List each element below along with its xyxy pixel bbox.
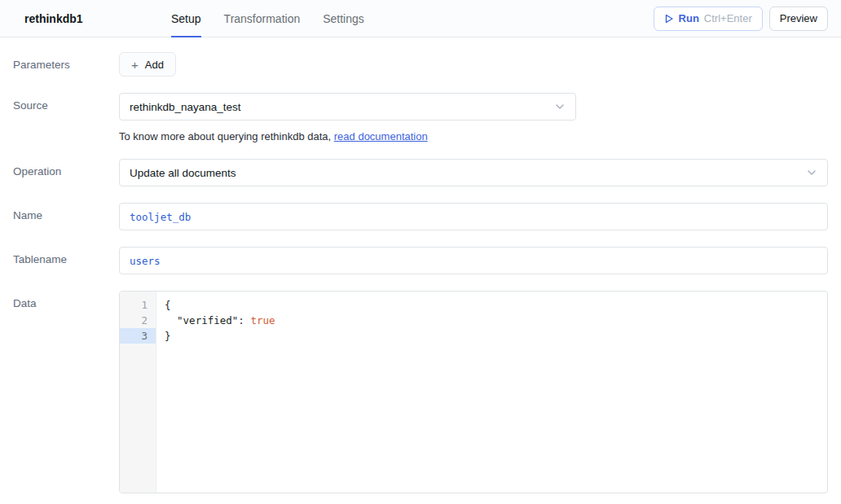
code-token: true — [250, 314, 275, 327]
preview-button-label: Preview — [780, 12, 817, 24]
code-editor-gutter: 1 2 3 — [120, 291, 156, 493]
code-token — [165, 314, 177, 327]
read-documentation-link[interactable]: read documentation — [334, 130, 428, 142]
run-shortcut-label: Ctrl+Enter — [704, 12, 752, 24]
chevron-down-icon — [806, 167, 817, 178]
data-code-editor[interactable]: 1 2 3 { "verified": true } — [119, 291, 828, 493]
query-topbar: rethinkdb1 Setup Transformation Settings… — [0, 0, 841, 37]
topbar-actions: Run Ctrl+Enter Preview — [654, 7, 828, 31]
plus-icon: + — [131, 58, 139, 72]
source-label: Source — [13, 93, 119, 112]
tab-settings[interactable]: Settings — [323, 0, 364, 37]
play-icon — [664, 14, 674, 24]
operation-select-value: Update all documents — [130, 167, 236, 179]
source-row: Source rethinkdb_nayana_test To know mor… — [13, 93, 828, 142]
tablename-label: Tablename — [13, 247, 119, 265]
operation-select[interactable]: Update all documents — [119, 159, 828, 186]
code-editor-content[interactable]: { "verified": true } — [156, 291, 827, 493]
source-help-text-static: To know more about querying rethinkdb da… — [119, 130, 334, 142]
name-label: Name — [13, 203, 119, 221]
preview-button[interactable]: Preview — [769, 7, 828, 31]
source-select[interactable]: rethinkdb_nayana_test — [119, 93, 576, 121]
line-number: 1 — [120, 297, 156, 313]
data-label: Data — [13, 291, 119, 309]
query-title: rethinkdb1 — [24, 12, 147, 25]
code-line: { — [165, 297, 827, 313]
tablename-row: Tablename — [13, 247, 828, 274]
code-token: : — [238, 314, 250, 327]
line-number-active: 3 — [120, 328, 156, 344]
chevron-down-icon — [554, 101, 566, 112]
line-number: 2 — [120, 313, 156, 328]
parameters-row: Parameters + Add — [13, 52, 828, 77]
data-row: Data 1 2 3 { "verified": true } — [13, 291, 828, 493]
source-select-value: rethinkdb_nayana_test — [130, 101, 241, 113]
run-button-label: Run — [679, 12, 699, 24]
query-tabs: Setup Transformation Settings — [171, 0, 654, 37]
parameters-label: Parameters — [13, 52, 119, 71]
code-token: "verified" — [177, 314, 238, 327]
query-setup-panel: Parameters + Add Source rethinkdb_nayana… — [0, 37, 841, 493]
code-line: } — [165, 328, 827, 344]
operation-row: Operation Update all documents — [13, 159, 828, 186]
name-row: Name — [13, 203, 828, 230]
add-parameter-button[interactable]: + Add — [119, 52, 176, 77]
tablename-input[interactable] — [119, 247, 828, 274]
tab-transformation[interactable]: Transformation — [224, 0, 301, 37]
name-input[interactable] — [119, 203, 828, 230]
source-help-text: To know more about querying rethinkdb da… — [119, 130, 828, 142]
code-token: { — [165, 299, 171, 311]
add-parameter-label: Add — [145, 59, 164, 71]
code-token: } — [165, 330, 171, 342]
code-line: "verified": true — [165, 313, 827, 328]
tab-setup[interactable]: Setup — [171, 0, 201, 37]
operation-label: Operation — [13, 159, 119, 177]
run-button[interactable]: Run Ctrl+Enter — [654, 7, 763, 31]
